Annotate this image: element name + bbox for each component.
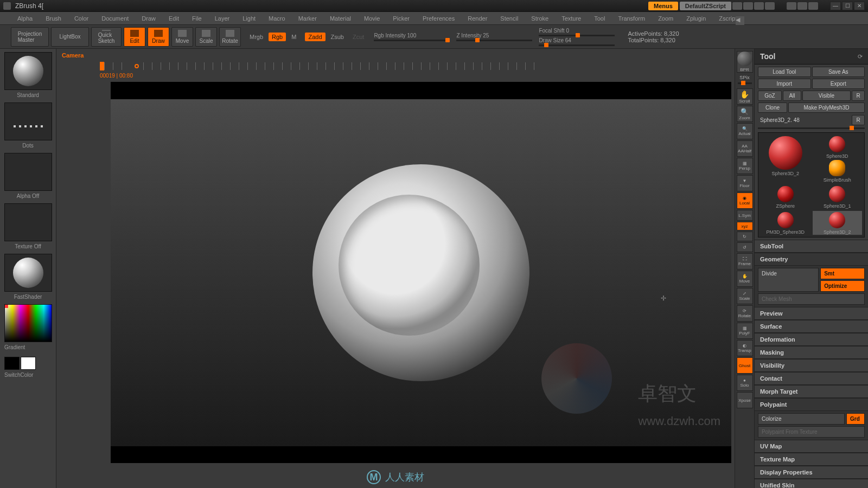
grd-button[interactable]: Grd [846,413,865,425]
tool-item-simplebrush[interactable]: SimpleBrush [813,160,863,183]
tool-size-slider[interactable] [758,127,865,129]
focal-shift-slider[interactable] [539,35,615,36]
zadd-toggle[interactable]: Zadd [305,33,325,41]
gradient-label[interactable]: Gradient [4,343,52,354]
goz-r-button[interactable]: R [852,91,865,101]
ui-config-icon[interactable] [754,2,764,10]
timeline-keyframe-icon[interactable] [135,64,139,68]
menu-texture[interactable]: Texture [555,13,588,24]
menu-preferences[interactable]: Preferences [416,13,461,24]
monitor-icon[interactable] [787,2,796,10]
menu-color[interactable]: Color [68,13,95,24]
material-selector[interactable] [4,254,52,292]
goz-visible-button[interactable]: Visible [802,91,851,101]
uv-map-section-header[interactable]: UV Map [755,440,868,453]
make-polymesh3d-button[interactable]: Make PolyMesh3D [788,102,865,113]
minimize-button[interactable]: — [830,2,841,10]
tool-item-sphere3d-2[interactable]: Sphere3D_2 [761,135,810,183]
secondary-color-swatch[interactable] [4,357,20,370]
menu-material[interactable]: Material [323,13,358,24]
divide-button[interactable]: Divide [758,268,819,292]
masking-section-header[interactable]: Masking [755,346,868,359]
maximize-button[interactable]: ☐ [842,2,853,10]
viewport-canvas[interactable]: 卓智文www.dzwh.com ✢ [111,99,731,446]
unified-skin-section-header[interactable]: Unified Skin [755,479,868,488]
ui-config-icon-2[interactable] [765,2,775,10]
timeline-marker[interactable] [100,62,104,70]
clone-button[interactable]: Clone [758,102,787,113]
refresh-icon[interactable]: ⟳ [858,53,863,60]
alpha-selector[interactable] [4,153,52,191]
quicksketch-button[interactable]: Quick Sketch [91,27,122,47]
menu-light[interactable]: Light [236,13,262,24]
contact-section-header[interactable]: Contact [755,372,868,385]
brush-selector[interactable] [4,52,52,90]
texture-selector[interactable] [4,203,52,241]
rgb-toggle[interactable]: Rgb [269,33,286,41]
subtool-section-header[interactable]: SubTool [755,240,868,253]
lightbox-button[interactable]: LightBox [51,27,89,47]
rotate-mode-button[interactable]: Rotate [219,27,241,47]
display-properties-section-header[interactable]: Display Properties [755,466,868,479]
timeline[interactable] [100,61,735,72]
lock-icon[interactable] [808,2,818,10]
tool-item-pm3d-sphere3d[interactable]: PM3D_Sphere3D [761,211,810,235]
menu-marker[interactable]: Marker [292,13,323,24]
menu-file[interactable]: File [186,13,208,24]
zcut-toggle[interactable]: Zcut [349,33,367,41]
close-button[interactable]: ✕ [854,2,865,10]
save-as-button[interactable]: Save As [812,67,865,77]
menu-picker[interactable]: Picker [386,13,416,24]
camera-label[interactable]: Camera [62,52,84,59]
menus-button[interactable]: Menus [648,2,678,10]
morph-target-section-header[interactable]: Morph Target [755,385,868,398]
goz-all-button[interactable]: All [783,91,801,101]
preview-section-header[interactable]: Preview [755,307,868,320]
switch-color-label[interactable]: SwitchColor [4,371,52,381]
menu-document[interactable]: Document [95,13,135,24]
sphere-mesh[interactable] [312,164,529,381]
menu-edit[interactable]: Edit [162,13,186,24]
optimize-button[interactable]: Optimize [820,280,865,292]
draw-mode-button[interactable]: Draw [148,27,169,47]
export-button[interactable]: Export [812,79,865,89]
m-toggle[interactable]: M [288,33,299,41]
tool-item-sphere3d[interactable]: Sphere3D [813,136,863,159]
z-intensity-slider[interactable] [456,40,532,41]
monitor2-icon[interactable] [797,2,807,10]
stroke-selector[interactable] [4,102,52,140]
tool-item-sphere3d-1[interactable]: Sphere3D_1 [813,185,863,209]
menu-render[interactable]: Render [461,13,494,24]
rgb-intensity-slider[interactable] [374,40,450,41]
smt-button[interactable]: Smt [820,268,865,279]
visibility-section-header[interactable]: Visibility [755,359,868,372]
check-mesh-button[interactable]: Check Mesh [758,293,865,305]
menu-zoom[interactable]: Zoom [652,13,680,24]
menu-stencil[interactable]: Stencil [494,13,525,24]
zsub-toggle[interactable]: Zsub [328,33,347,41]
menu-movie[interactable]: Movie [358,13,386,24]
color-picker[interactable] [4,304,52,342]
menu-layer[interactable]: Layer [208,13,237,24]
scale-mode-button[interactable]: Scale [195,27,217,47]
move-mode-button[interactable]: Move [171,27,193,47]
menu-brush[interactable]: Brush [39,13,68,24]
polypaint-section-header[interactable]: Polypaint [755,398,868,411]
texture-map-section-header[interactable]: Texture Map [755,453,868,466]
primary-color-swatch[interactable] [21,357,36,370]
menu-transform[interactable]: Transform [611,13,652,24]
default-zscript-button[interactable]: DefaultZScript [680,2,731,10]
menu-alpha[interactable]: Alpha [11,13,39,24]
menu-tool[interactable]: Tool [588,13,611,24]
colorize-button[interactable]: Colorize [758,413,845,425]
goz-button[interactable]: GoZ [758,91,782,101]
tool-item-zsphere[interactable]: ZSphere [761,185,810,209]
load-tool-button[interactable]: Load Tool [758,67,811,77]
tool-r-button[interactable]: R [852,115,865,125]
projection-master-button[interactable]: Projection Master [11,27,49,47]
menu-draw[interactable]: Draw [135,13,162,24]
menu-macro[interactable]: Macro [262,13,292,24]
menu-stroke[interactable]: Stroke [525,13,555,24]
menu-zplugin[interactable]: Zplugin [680,13,712,24]
edit-mode-button[interactable]: Edit [124,27,145,47]
